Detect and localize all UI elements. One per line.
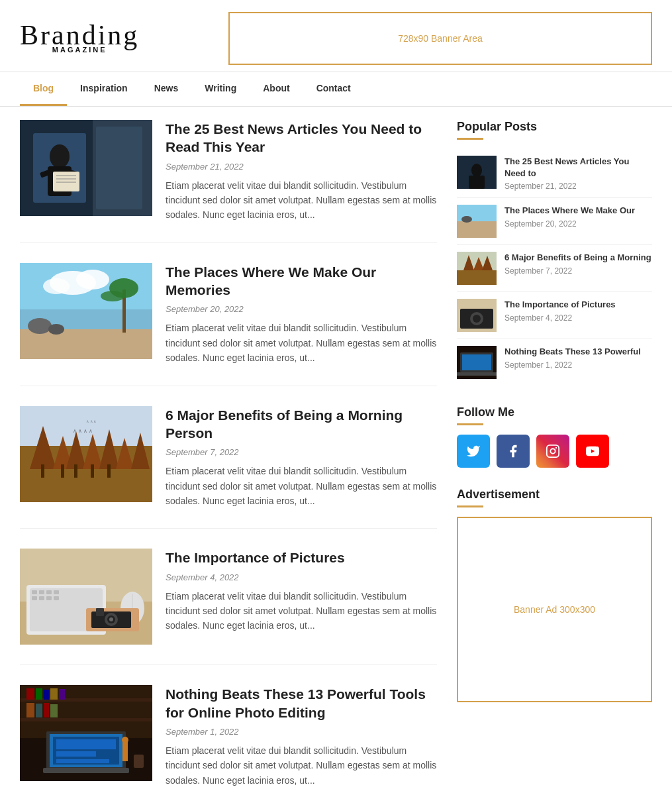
svg-point-2 — [50, 144, 70, 168]
advertisement-title: Advertisement — [457, 488, 652, 502]
svg-rect-78 — [56, 739, 116, 749]
popular-posts-underline — [457, 138, 483, 140]
article-thumbnail: ∧ ∧ ∧ ∧ ∧ ∧ ∧ — [20, 406, 152, 502]
article-excerpt: Etiam placerat velit vitae dui blandit s… — [166, 321, 437, 365]
nav-item-writing[interactable]: Writing — [191, 72, 250, 106]
svg-rect-79 — [56, 751, 96, 757]
svg-rect-39 — [91, 464, 94, 478]
popular-post-item[interactable]: The 25 Best News Articles You Need to Se… — [457, 149, 652, 198]
advertisement-section: Advertisement Banner Ad 300x300 — [457, 488, 652, 702]
article-content: The Places Where We Make Our Memories Se… — [166, 263, 437, 366]
youtube-button[interactable] — [576, 435, 609, 468]
article-thumbnail — [20, 120, 152, 216]
popular-post-title: The 25 Best News Articles You Need to — [504, 156, 652, 180]
svg-rect-48 — [54, 590, 59, 594]
svg-rect-71 — [36, 704, 42, 717]
svg-rect-83 — [134, 755, 144, 768]
popular-post-date: September 1, 2022 — [504, 360, 652, 370]
svg-rect-49 — [32, 596, 37, 600]
svg-text:∧ ∧ ∧: ∧ ∧ ∧ — [86, 419, 96, 423]
popular-post-title: The Importance of Pictures — [504, 299, 652, 311]
popular-post-item[interactable]: Nothing Beats These 13 Powerful Septembe… — [457, 339, 652, 386]
article-content: Nothing Beats These 13 Powerful Tools fo… — [166, 685, 437, 788]
svg-point-98 — [473, 315, 481, 323]
svg-point-89 — [461, 216, 472, 223]
popular-posts-title: Popular Posts — [457, 120, 652, 134]
article-content: The 25 Best News Articles You Need to Re… — [166, 120, 437, 223]
advertisement-underline — [457, 505, 483, 507]
article-title[interactable]: The 25 Best News Articles You Need to Re… — [166, 120, 437, 156]
article-title[interactable]: Nothing Beats These 13 Powerful Tools fo… — [166, 685, 437, 721]
popular-post-info: The Places Where We Make Our September 2… — [504, 205, 652, 228]
svg-point-82 — [122, 737, 128, 743]
article-thumbnail — [20, 263, 152, 359]
popular-post-info: Nothing Beats These 13 Powerful Septembe… — [504, 346, 652, 369]
svg-rect-70 — [26, 703, 34, 717]
nav-item-news[interactable]: News — [141, 72, 192, 106]
article-date: September 4, 2022 — [166, 572, 437, 582]
popular-posts-section: Popular Posts The 25 Best News Articles … — [457, 120, 652, 386]
article-excerpt: Etiam placerat velit vitae dui blandit s… — [166, 589, 437, 633]
svg-point-23 — [101, 291, 124, 301]
nav-item-about[interactable]: About — [250, 72, 303, 106]
article-title[interactable]: The Importance of Pictures — [166, 549, 437, 566]
article-excerpt: Etiam placerat velit vitae dui blandit s… — [166, 743, 437, 788]
popular-post-item[interactable]: The Places Where We Make Our September 2… — [457, 198, 652, 245]
follow-me-section: Follow Me — [457, 405, 652, 468]
article-title[interactable]: The Places Where We Make Our Memories — [166, 263, 437, 299]
svg-point-20 — [48, 324, 64, 335]
article-card: The 25 Best News Articles You Need to Re… — [20, 120, 437, 243]
article-excerpt: Etiam placerat velit vitae dui blandit s… — [166, 178, 437, 223]
twitter-button[interactable] — [457, 435, 490, 468]
header: Branding MAGAZINE 728x90 Banner Area — [0, 0, 672, 72]
nav-item-blog[interactable]: Blog — [20, 72, 67, 106]
svg-rect-67 — [44, 690, 49, 700]
instagram-button[interactable] — [536, 435, 569, 468]
popular-post-item[interactable]: 6 Major Benefits of Being a Morning Sept… — [457, 245, 652, 292]
popular-post-date: September 21, 2022 — [504, 182, 652, 191]
articles-list: The 25 Best News Articles You Need to Re… — [20, 120, 437, 795]
svg-rect-69 — [59, 689, 65, 700]
nav-item-inspiration[interactable]: Inspiration — [67, 72, 141, 106]
popular-post-title: 6 Major Benefits of Being a Morning — [504, 252, 652, 264]
article-card: The Importance of Pictures September 4, … — [20, 549, 437, 665]
popular-thumbnail — [457, 252, 497, 285]
facebook-button[interactable] — [497, 435, 530, 468]
svg-rect-81 — [122, 741, 128, 761]
article-excerpt: Etiam placerat velit vitae dui blandit s… — [166, 464, 437, 508]
svg-rect-57 — [96, 608, 104, 616]
banner-area: 728x90 Banner Area — [228, 12, 652, 65]
svg-rect-102 — [462, 354, 491, 370]
article-title[interactable]: 6 Major Benefits of Being a Morning Pers… — [166, 406, 437, 443]
logo[interactable]: Branding MAGAZINE — [20, 24, 139, 54]
article-date: September 21, 2022 — [166, 162, 437, 172]
svg-rect-66 — [36, 688, 42, 700]
popular-post-item[interactable]: The Importance of Pictures September 4, … — [457, 292, 652, 339]
article-thumbnail — [20, 685, 152, 781]
svg-point-19 — [28, 318, 52, 334]
svg-point-15 — [76, 270, 109, 290]
popular-thumbnail — [457, 156, 497, 189]
svg-rect-51 — [46, 596, 52, 600]
popular-post-date: September 20, 2022 — [504, 219, 652, 229]
popular-post-info: The 25 Best News Articles You Need to Se… — [504, 156, 652, 191]
svg-rect-46 — [39, 590, 44, 594]
popular-post-date: September 7, 2022 — [504, 266, 652, 276]
popular-post-info: 6 Major Benefits of Being a Morning Sept… — [504, 252, 652, 275]
nav-item-contact[interactable]: Contact — [303, 72, 364, 106]
article-card: Nothing Beats These 13 Powerful Tools fo… — [20, 685, 437, 795]
popular-thumbnail — [457, 346, 497, 379]
svg-point-60 — [109, 617, 113, 621]
svg-rect-68 — [50, 688, 58, 700]
article-thumbnail — [20, 549, 152, 645]
svg-rect-88 — [457, 221, 497, 238]
main-layout: The 25 Best News Articles You Need to Re… — [0, 107, 672, 795]
svg-rect-72 — [44, 703, 49, 717]
article-date: September 1, 2022 — [166, 727, 437, 737]
svg-rect-101 — [457, 372, 497, 376]
svg-rect-103 — [547, 445, 559, 457]
svg-rect-37 — [61, 464, 64, 478]
svg-rect-75 — [43, 768, 129, 773]
article-content: 6 Major Benefits of Being a Morning Pers… — [166, 406, 437, 509]
popular-thumbnail — [457, 205, 497, 238]
